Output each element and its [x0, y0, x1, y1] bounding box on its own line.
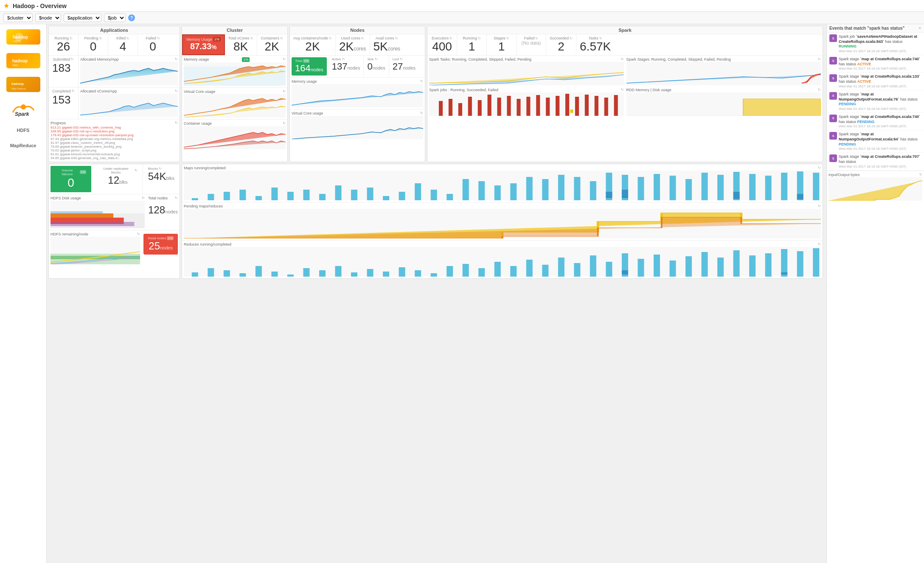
- svg-rect-75: [781, 173, 787, 200]
- spark-stats-row: Executors ↻ 400 Running ↻ 1: [427, 34, 823, 55]
- allocated-vcores-chart-area: [80, 94, 178, 117]
- dead-nodes-value: 25nodes: [148, 240, 174, 252]
- sidebar-item-hadoop-hive[interactable]: hadoop Hive: [3, 51, 43, 70]
- cluster-select[interactable]: $cluster: [3, 14, 33, 22]
- containers-refresh[interactable]: ↻: [280, 36, 283, 40]
- svg-rect-91: [335, 266, 341, 277]
- job-select[interactable]: $job: [104, 14, 126, 22]
- vol-failures-card: Volume failures 1% 0: [51, 166, 91, 192]
- avail-cores-refresh[interactable]: ↻: [395, 36, 398, 40]
- svg-rect-63: [590, 181, 596, 200]
- sidebar-item-hadoop-mapreduce[interactable]: hadoop Map Reduce: [3, 75, 43, 94]
- spark-running-refresh[interactable]: ↻: [478, 36, 481, 40]
- hdfs-section: Volume failures 1% 0 Under replicated bl…: [48, 164, 180, 279]
- svg-rect-80: [733, 192, 740, 199]
- svg-rect-20: [536, 95, 540, 116]
- hdfs-remaining-refresh[interactable]: ↻: [137, 232, 140, 236]
- svg-rect-28: [614, 95, 618, 116]
- hdfs-third-row: HDFS remaining/node ↻: [49, 230, 180, 266]
- node-memory-chart: Memory usage ↻: [290, 77, 425, 109]
- sidebar-item-hadoop-yarn[interactable]: hadoop YARN: [3, 28, 43, 46]
- spark-tasks-chart: Spark Tasks: Running, Completed, Skipped…: [428, 56, 625, 86]
- allocated-vcores-refresh[interactable]: ↻: [175, 89, 178, 93]
- spark-stages-refresh[interactable]: ↻: [818, 57, 821, 62]
- svg-rect-69: [685, 179, 692, 200]
- svg-rect-39: [208, 194, 214, 200]
- progress-refresh[interactable]: ↻: [175, 121, 178, 125]
- completed-value: 153: [52, 93, 75, 106]
- under-replicated-refresh[interactable]: ↻: [135, 168, 138, 172]
- failed-refresh[interactable]: ↻: [157, 36, 160, 40]
- lost-nodes-value: 27nodes: [393, 61, 416, 72]
- svg-rect-57: [494, 185, 501, 200]
- svg-text:YARN: YARN: [13, 40, 21, 43]
- reduces-running-area: [184, 247, 821, 277]
- failed-card: Failed ↻ 0: [138, 34, 168, 55]
- killed-refresh[interactable]: ↻: [126, 36, 129, 40]
- spark-charts: Spark Tasks: Running, Completed, Skipped…: [427, 55, 823, 118]
- spark-tasks-refresh[interactable]: ↻: [621, 57, 624, 62]
- svg-rect-54: [447, 194, 453, 200]
- succeeded-refresh[interactable]: ↻: [570, 36, 573, 40]
- svg-rect-84: [224, 270, 230, 277]
- node-select[interactable]: $node: [35, 14, 61, 22]
- blocks-refresh[interactable]: ↻: [159, 167, 162, 171]
- containers-value: 2K: [261, 40, 284, 53]
- used-cores-refresh[interactable]: ↻: [361, 36, 364, 40]
- avg-containers-refresh[interactable]: ↻: [329, 36, 332, 40]
- svg-rect-107: [590, 255, 596, 277]
- node-vcore-refresh[interactable]: ↻: [420, 111, 423, 115]
- application-select[interactable]: $application: [64, 14, 101, 22]
- lost-nodes-refresh[interactable]: ↻: [400, 57, 403, 61]
- svg-text:Spark: Spark: [15, 111, 30, 117]
- svg-rect-44: [287, 192, 294, 200]
- svg-rect-100: [478, 268, 485, 277]
- events-refresh-btn[interactable]: ✕: [918, 26, 921, 31]
- memory-chart-area: [184, 62, 286, 86]
- event-item-2: S Spark stage `map at CreateRollups.scal…: [827, 55, 924, 73]
- svg-rect-50: [383, 196, 389, 200]
- svg-rect-108: [606, 262, 612, 277]
- executors-value: 400: [431, 40, 453, 53]
- io-bytes-refresh[interactable]: ↻: [919, 173, 922, 177]
- help-icon[interactable]: ?: [128, 14, 135, 21]
- event-text-1: Spark job `saveAsNewAPIHadoopDataset at …: [839, 34, 921, 53]
- toolbar: $cluster $node $application $job ?: [0, 12, 924, 24]
- page-title: Hadoop - Overview: [13, 3, 67, 9]
- pending-maps-refresh[interactable]: ↻: [818, 204, 821, 208]
- svg-rect-17: [507, 96, 511, 116]
- spark-jobs-refresh[interactable]: ↻: [621, 88, 624, 92]
- pending-refresh[interactable]: ↻: [99, 36, 102, 40]
- succeeded-card: Succeeded ↻ 2: [546, 34, 576, 55]
- hdfs-disk-refresh[interactable]: ↻: [142, 196, 145, 200]
- hadoop-star-icon: ★: [3, 2, 9, 10]
- rdd-refresh[interactable]: ↻: [818, 88, 821, 92]
- stages-refresh[interactable]: ↻: [506, 36, 509, 40]
- node-memory-refresh[interactable]: ↻: [420, 79, 423, 84]
- sidebar-item-spark[interactable]: Spark: [3, 99, 43, 119]
- container-chart-refresh[interactable]: ↻: [283, 121, 286, 126]
- completed-refresh[interactable]: ↻: [72, 89, 75, 93]
- under-replicated-card: Under replicated blocks ↻ 12blks: [93, 164, 143, 194]
- active-nodes-refresh[interactable]: ↻: [342, 57, 345, 61]
- event-text-5: Spark stage `map at CreateRollups.scala:…: [839, 115, 921, 128]
- total-vcores-value: 8K: [228, 40, 253, 53]
- vcores-refresh[interactable]: ↻: [250, 36, 253, 40]
- node-memory-title: Memory usage ↻: [292, 79, 423, 84]
- svg-rect-104: [542, 265, 548, 277]
- spark-failed-refresh[interactable]: ↻: [535, 36, 538, 40]
- svg-rect-10: [439, 101, 443, 116]
- submitted-refresh[interactable]: ↻: [71, 57, 74, 61]
- total-nodes-refresh[interactable]: ↻: [175, 196, 178, 200]
- memory-chart-refresh[interactable]: ↻: [283, 57, 286, 62]
- allocated-memory-refresh[interactable]: ↻: [175, 57, 178, 62]
- svg-rect-103: [526, 260, 533, 277]
- reduces-running-refresh[interactable]: ↻: [818, 242, 821, 246]
- sick-nodes-refresh[interactable]: ↻: [375, 57, 378, 61]
- containers-card: Containers ↻ 2K: [257, 34, 287, 55]
- vcore-chart-refresh[interactable]: ↻: [283, 90, 286, 94]
- svg-rect-85: [239, 273, 246, 277]
- maps-running-refresh[interactable]: ↻: [818, 166, 821, 170]
- vcore-chart-title: Virtual Core usage ↻: [184, 90, 286, 94]
- maps-running-chart: Maps running/completed ↻: [182, 164, 823, 202]
